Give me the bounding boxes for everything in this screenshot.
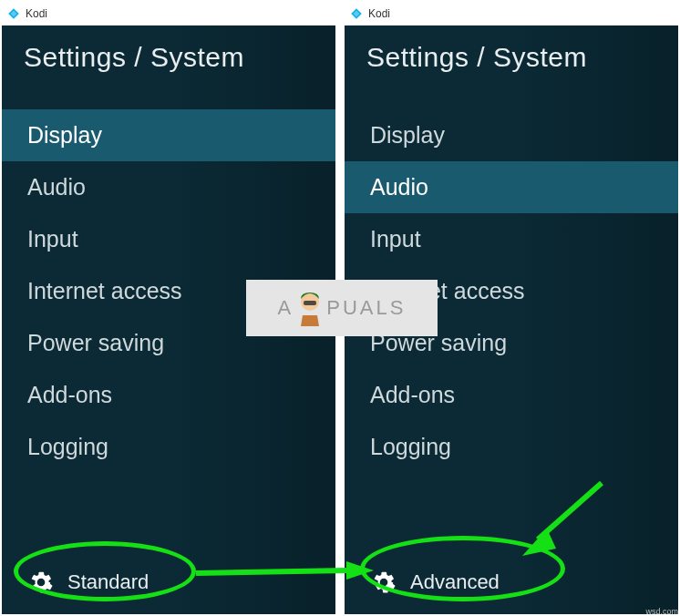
menu-item-input[interactable]: Input [2, 213, 335, 265]
menu-item-audio[interactable]: Audio [345, 161, 678, 213]
watermark-text-right: PUALS [326, 296, 406, 320]
menu-item-add-ons[interactable]: Add-ons [345, 369, 678, 421]
breadcrumb: Settings / System [2, 26, 335, 109]
menu-item-logging[interactable]: Logging [345, 421, 678, 473]
menu-item-logging[interactable]: Logging [2, 421, 335, 473]
titlebar-app-name: Kodi [26, 7, 47, 20]
menu-item-audio[interactable]: Audio [2, 161, 335, 213]
watermark-overlay: A PUALS [246, 280, 438, 336]
menu-item-add-ons[interactable]: Add-ons [2, 369, 335, 421]
source-caption: wsd.com [645, 607, 678, 616]
kodi-icon [7, 7, 20, 20]
gear-icon [372, 570, 396, 594]
window-titlebar: Kodi [345, 2, 678, 26]
menu-item-display[interactable]: Display [345, 109, 678, 161]
settings-level-toggle[interactable]: Standard [2, 554, 335, 614]
titlebar-app-name: Kodi [368, 7, 390, 20]
settings-level-label: Advanced [410, 570, 500, 594]
watermark-avatar-icon [295, 290, 325, 326]
menu-item-input[interactable]: Input [345, 213, 678, 265]
settings-level-label: Standard [67, 570, 149, 594]
settings-level-toggle[interactable]: Advanced [345, 554, 678, 614]
window-titlebar: Kodi [2, 2, 335, 26]
watermark-text-left: A [278, 296, 294, 320]
kodi-icon [350, 7, 363, 20]
gear-icon [29, 570, 53, 594]
breadcrumb: Settings / System [345, 26, 678, 109]
svg-rect-1 [304, 301, 316, 305]
menu-item-display[interactable]: Display [2, 109, 335, 161]
